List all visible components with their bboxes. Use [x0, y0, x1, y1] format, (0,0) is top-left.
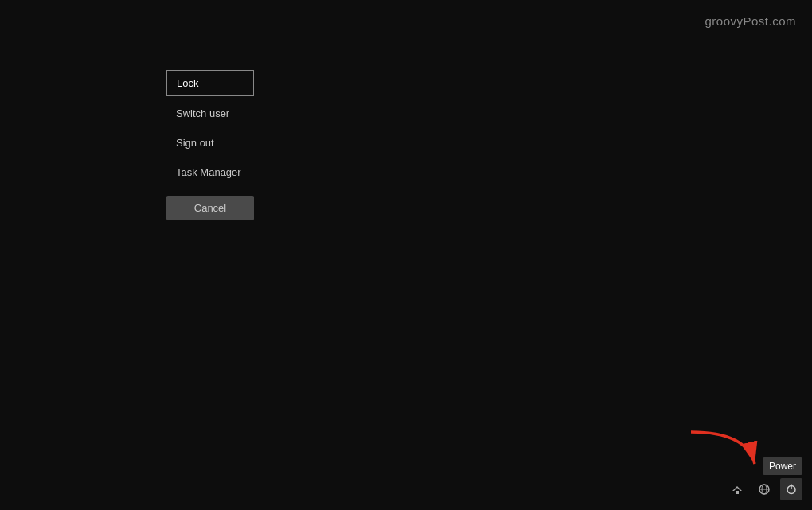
svg-marker-1 [732, 486, 742, 491]
network-icon[interactable] [753, 478, 775, 500]
context-menu: Lock Switch user Sign out Task Manager C… [166, 70, 254, 220]
menu-item-sign-out[interactable]: Sign out [166, 130, 254, 155]
arrow-indicator [683, 424, 763, 475]
wifi-icon[interactable] [726, 478, 748, 500]
menu-item-switch-user[interactable]: Switch user [166, 101, 254, 126]
system-tray [726, 478, 802, 500]
menu-item-task-manager[interactable]: Task Manager [166, 160, 254, 185]
watermark: groovyPost.com [705, 14, 796, 28]
svg-rect-2 [736, 491, 739, 494]
power-tooltip: Power [763, 457, 802, 475]
power-icon[interactable] [780, 478, 802, 500]
menu-item-lock[interactable]: Lock [166, 70, 254, 96]
cancel-button[interactable]: Cancel [166, 196, 254, 220]
